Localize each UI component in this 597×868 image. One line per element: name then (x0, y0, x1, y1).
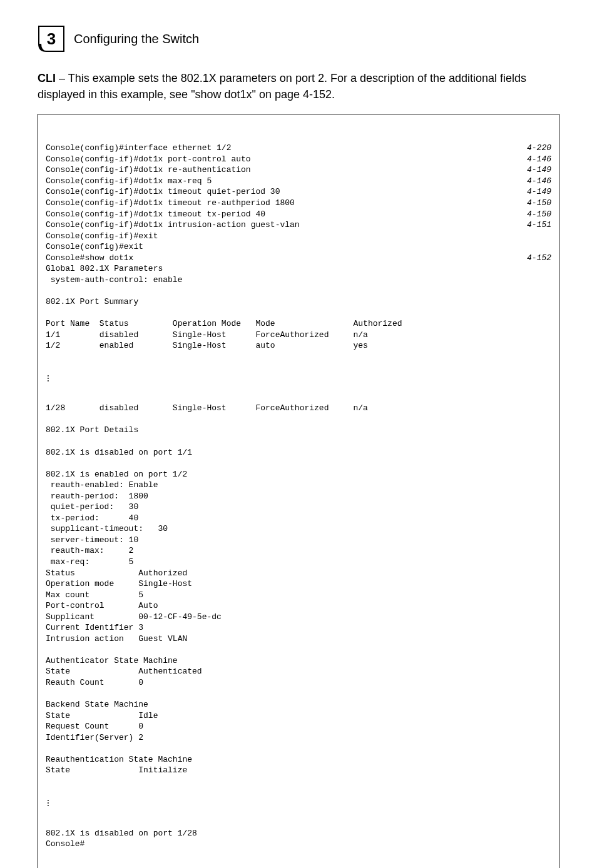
chapter-badge: 3 (38, 25, 65, 53)
code-line: Intrusion action Guest VLAN (46, 633, 551, 645)
code-text: Console(config-if)#dot1x timeout re-auth… (46, 198, 295, 209)
code-text: Console(config-if)#dot1x re-authenticati… (46, 164, 251, 176)
code-text: State Initialize (46, 765, 187, 776)
page-ref: 4-220 (514, 143, 551, 154)
code-text: Status Authorized (46, 568, 187, 579)
code-line: 1/2 enabled Single-Host auto yes (46, 340, 551, 351)
code-line: 802.1X is disabled on port 1/28 (46, 828, 551, 839)
code-line: Console(config-if)#dot1x re-authenticati… (46, 164, 551, 176)
code-text: Console(config-if)#dot1x max-req 5 (46, 176, 212, 187)
code-text: State Authenticated (46, 666, 202, 677)
cli-code-block: Console(config)#interface ethernet 1/24-… (38, 114, 559, 868)
code-line: Console(config-if)#exit (46, 231, 551, 242)
code-line: State Authenticated (46, 666, 551, 677)
code-text (46, 307, 51, 318)
code-line: Authenticator State Machine (46, 655, 551, 667)
code-line: Console(config-if)#dot1x max-req 54-146 (46, 176, 551, 187)
code-line: 802.1X is disabled on port 1/1 (46, 447, 551, 458)
code-line: Current Identifier 3 (46, 622, 551, 633)
code-line: supplicant-timeout: 30 (46, 523, 551, 535)
code-line: Operation mode Single-Host (46, 578, 551, 590)
code-text: Console# (46, 839, 84, 850)
code-line: 802.1X Port Summary (46, 296, 551, 308)
code-line: system-auth-control: enable (46, 275, 551, 286)
code-line: Reauthentication State Machine (46, 754, 551, 765)
code-line: 1/28 disabled Single-Host ForceAuthorize… (46, 403, 551, 414)
page-ref: 4-150 (514, 209, 551, 220)
page-title: Configuring the Switch (74, 32, 199, 46)
code-text (46, 689, 51, 700)
code-text: Reauthentication State Machine (46, 754, 192, 765)
chapter-number: 3 (38, 25, 65, 53)
intro-paragraph: CLI – This example sets the 802.1X param… (38, 70, 559, 103)
code-line: max-req: 5 (46, 557, 551, 568)
code-text: Console(config-if)#dot1x port-control au… (46, 154, 251, 165)
code-line (46, 644, 551, 655)
code-text: Authenticator State Machine (46, 655, 178, 667)
code-line: Console(config-if)#dot1x timeout re-auth… (46, 198, 551, 209)
code-text (46, 436, 51, 447)
code-line: State Initialize (46, 765, 551, 776)
code-line (46, 743, 551, 754)
code-text: Console(config-if)#dot1x timeout tx-peri… (46, 209, 265, 220)
page-ref: 4-146 (514, 154, 551, 165)
code-line: Reauth Count 0 (46, 677, 551, 689)
page-ref: 4-146 (514, 176, 551, 187)
code-text: Intrusion action Guest VLAN (46, 633, 187, 645)
code-line: Console(config-if)#dot1x timeout quiet-p… (46, 186, 551, 198)
code-text: Request Count 0 (46, 721, 143, 732)
code-line: State Idle (46, 710, 551, 722)
code-text (46, 644, 51, 655)
page-header: 3 Configuring the Switch (38, 25, 559, 53)
intro-text: – This example sets the 802.1X parameter… (38, 72, 526, 101)
code-text: supplicant-timeout: 30 (46, 523, 168, 535)
code-line: quiet-period: 30 (46, 502, 551, 513)
code-text: Operation mode Single-Host (46, 578, 192, 590)
code-text: Console#show dot1x (46, 253, 133, 264)
ellipsis-icon: . . . (46, 798, 551, 805)
intro-prefix: CLI (38, 72, 56, 84)
code-line: Port-control Auto (46, 600, 551, 612)
code-line: reauth-enabled: Enable (46, 480, 551, 491)
code-line: Console# (46, 839, 551, 850)
code-line: Backend State Machine (46, 699, 551, 710)
code-text (46, 285, 51, 296)
code-text: Console(config-if)#exit (46, 231, 158, 242)
code-text: Console(config)#interface ethernet 1/2 (46, 143, 231, 154)
code-text: server-timeout: 10 (46, 535, 138, 546)
code-line: Supplicant 00-12-CF-49-5e-dc (46, 612, 551, 623)
code-text: 802.1X is disabled on port 1/28 (46, 828, 197, 839)
code-line: Max count 5 (46, 590, 551, 601)
code-line (46, 458, 551, 469)
code-text: 1/2 enabled Single-Host auto yes (46, 340, 368, 351)
page-ref: 4-150 (514, 198, 551, 209)
code-line: server-timeout: 10 (46, 535, 551, 546)
code-line: 802.1X Port Details (46, 425, 551, 436)
code-line: Global 802.1X Parameters (46, 263, 551, 275)
page-ref: 4-149 (514, 186, 551, 198)
code-text (46, 458, 51, 469)
code-text: State Idle (46, 710, 158, 722)
code-text: Identifier(Server) 2 (46, 732, 143, 744)
code-line: Console#show dot1x4-152 (46, 253, 551, 264)
page-ref: 4-149 (514, 164, 551, 176)
code-text: Max count 5 (46, 590, 143, 601)
page-ref: 4-151 (514, 220, 551, 231)
code-text: quiet-period: 30 (46, 502, 138, 513)
code-line: 802.1X is enabled on port 1/2 (46, 469, 551, 480)
code-line: Console(config)#interface ethernet 1/24-… (46, 143, 551, 154)
code-line: reauth-max: 2 (46, 545, 551, 557)
code-text: 1/1 disabled Single-Host ForceAuthorized… (46, 330, 368, 341)
code-line: 1/1 disabled Single-Host ForceAuthorized… (46, 330, 551, 341)
code-text: Supplicant 00-12-CF-49-5e-dc (46, 612, 222, 623)
code-line (46, 307, 551, 318)
code-line: Console(config-if)#dot1x timeout tx-peri… (46, 209, 551, 220)
ellipsis-icon: . . . (46, 373, 551, 381)
code-text: 802.1X Port Details (46, 425, 138, 436)
code-text: tx-period: 40 (46, 513, 138, 524)
code-line (46, 436, 551, 447)
code-line: tx-period: 40 (46, 513, 551, 524)
code-text: max-req: 5 (46, 557, 133, 568)
code-text: reauth-period: 1800 (46, 491, 148, 502)
code-text: Console(config-if)#dot1x timeout quiet-p… (46, 186, 280, 198)
